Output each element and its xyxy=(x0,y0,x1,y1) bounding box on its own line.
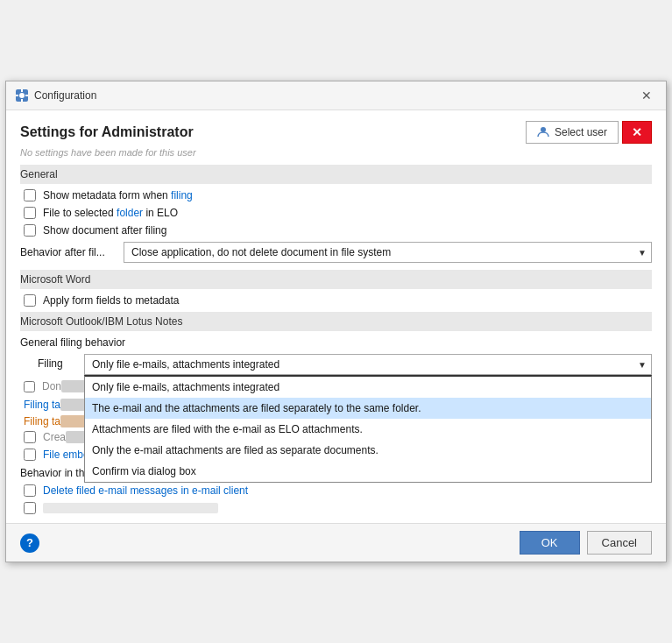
filing-option-5[interactable]: Confirm via dialog box xyxy=(85,461,651,482)
filing-option-1[interactable]: Only file e-mails, attachments integrate… xyxy=(85,377,651,398)
general-filing-label: General filing behavior xyxy=(20,336,652,349)
filing-row: Filing Only file e-mails, attachments in… xyxy=(38,354,652,375)
filing-option-4[interactable]: Only the e-mail attachments are filed as… xyxy=(85,440,651,461)
checkbox-show-document: Show document after filing xyxy=(24,224,652,237)
behavior-dropdown-container: Close application, do not delete documen… xyxy=(124,242,652,263)
checkbox-show-metadata: Show metadata form when filing xyxy=(24,189,652,201)
last-checkbox-row xyxy=(24,502,652,514)
filing-dropdown-container: Only file e-mails, attachments integrate… xyxy=(84,354,652,375)
behavior-dropdown[interactable]: Close application, do not delete documen… xyxy=(124,242,652,263)
filing-label: Filing xyxy=(38,354,77,370)
dialog-body: Settings for Administrator Select user ✕… xyxy=(6,110,666,523)
checkbox-delete-filed: Delete filed e-mail messages in e-mail c… xyxy=(24,484,652,497)
filing-dropdown-popup: Only file e-mails, attachments integrate… xyxy=(84,375,652,483)
create-checkbox[interactable] xyxy=(24,431,36,443)
delete-filed-checkbox[interactable] xyxy=(24,484,36,497)
cancel-button[interactable]: Cancel xyxy=(587,531,652,555)
window-close-button[interactable]: ✕ xyxy=(636,87,657,104)
svg-rect-5 xyxy=(25,95,28,96)
last-checkbox-label xyxy=(43,503,218,513)
last-checkbox[interactable] xyxy=(24,502,36,514)
svg-point-6 xyxy=(541,127,546,132)
filing-dropdown[interactable]: Only file e-mails, attachments integrate… xyxy=(84,354,652,375)
behavior-row: Behavior after fil... Close application,… xyxy=(20,242,652,263)
file-to-folder-label: File to selected folder in ELO xyxy=(43,207,178,219)
show-metadata-checkbox[interactable] xyxy=(24,189,36,201)
title-text: Configuration xyxy=(34,89,96,102)
dialog-footer: ? OK Cancel xyxy=(6,523,666,562)
svg-rect-2 xyxy=(21,89,23,92)
title-bar-left: Configuration xyxy=(15,88,96,102)
delete-user-button[interactable]: ✕ xyxy=(622,121,652,144)
delete-filed-label: Delete filed e-mail messages in e-mail c… xyxy=(43,484,248,497)
help-button[interactable]: ? xyxy=(20,533,39,553)
svg-rect-3 xyxy=(21,99,23,102)
select-user-button[interactable]: Select user xyxy=(526,121,619,144)
select-user-label: Select user xyxy=(555,126,607,138)
show-document-label: Show document after filing xyxy=(43,224,166,237)
dialog-header: Settings for Administrator Select user ✕ xyxy=(20,121,652,144)
form-fields-checkbox[interactable] xyxy=(24,294,36,307)
title-bar: Configuration ✕ xyxy=(6,81,666,110)
section-word: Microsoft Word xyxy=(20,270,652,289)
checkbox-file-to-folder: File to selected folder in ELO xyxy=(24,207,652,219)
section-outlook: Microsoft Outlook/IBM Lotus Notes xyxy=(20,312,652,331)
no-settings-message: No settings have been made for this user xyxy=(20,147,652,158)
section-general: General xyxy=(20,165,652,184)
user-icon xyxy=(537,126,549,138)
svg-point-1 xyxy=(19,93,25,98)
configuration-dialog: Configuration ✕ Settings for Administrat… xyxy=(5,81,667,562)
behavior-label: Behavior after fil... xyxy=(20,246,117,258)
settings-scroll-area: General Show metadata form when filing F… xyxy=(20,165,652,523)
filing-option-2[interactable]: The e-mail and the attachments are filed… xyxy=(85,398,651,419)
show-metadata-label: Show metadata form when filing xyxy=(43,189,193,201)
header-buttons: Select user ✕ xyxy=(526,121,652,144)
footer-buttons: OK Cancel xyxy=(520,531,652,555)
show-document-checkbox[interactable] xyxy=(24,224,36,237)
dialog-title: Settings for Administrator xyxy=(20,124,194,140)
checkbox-form-fields: Apply form fields to metadata xyxy=(24,294,652,307)
file-embedded-checkbox[interactable] xyxy=(24,449,36,461)
config-icon xyxy=(15,88,29,102)
form-fields-label: Apply form fields to metadata xyxy=(43,294,179,307)
dont-checkbox[interactable] xyxy=(24,381,35,392)
svg-rect-4 xyxy=(16,95,18,96)
ok-button[interactable]: OK xyxy=(520,531,580,555)
filing-option-3[interactable]: Attachments are filed with the e-mail as… xyxy=(85,419,651,440)
file-to-folder-checkbox[interactable] xyxy=(24,207,36,219)
